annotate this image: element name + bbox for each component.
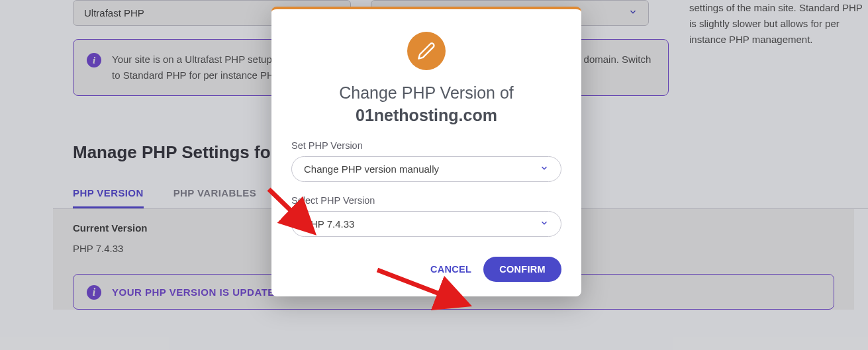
chevron-down-icon [540, 218, 549, 230]
chevron-down-icon [540, 163, 549, 175]
cancel-button[interactable]: CANCEL [430, 264, 471, 275]
modal-title: Change PHP Version of 01nethosting.com [291, 82, 561, 127]
change-php-version-modal: Change PHP Version of 01nethosting.com S… [271, 7, 581, 296]
modal-title-prefix: Change PHP Version of [339, 83, 514, 102]
select-php-version-label: Select PHP Version [291, 195, 561, 206]
confirm-button[interactable]: CONFIRM [483, 257, 561, 282]
select-php-version-value: PHP 7.4.33 [304, 218, 354, 230]
set-php-version-label: Set PHP Version [291, 140, 561, 151]
modal-title-domain: 01nethosting.com [356, 106, 497, 124]
pencil-icon [407, 32, 446, 70]
set-php-version-select[interactable]: Change PHP version manually [291, 156, 561, 182]
set-php-version-value: Change PHP version manually [304, 163, 439, 175]
select-php-version-select[interactable]: PHP 7.4.33 [291, 211, 561, 237]
